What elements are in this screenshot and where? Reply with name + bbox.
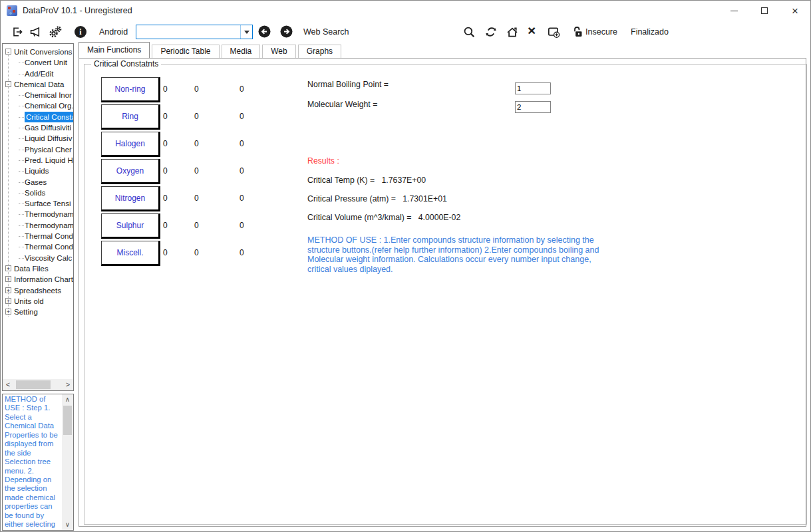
forward-button[interactable] — [280, 25, 293, 38]
search-button[interactable] — [462, 25, 476, 39]
combo-dropdown-button[interactable] — [240, 25, 252, 39]
tree-item[interactable]: - Unit Conversions — [3, 47, 73, 57]
tree-item[interactable]: Gas Diffusiviti — [3, 122, 73, 133]
tree-item[interactable]: Surface Tensi — [3, 198, 73, 209]
structure-count: 0 — [240, 139, 244, 148]
tree-item[interactable]: Thermodynam — [3, 220, 73, 231]
tree-expand-icon[interactable]: + — [5, 265, 11, 271]
tree-item[interactable]: Solids — [3, 188, 73, 198]
home-button[interactable] — [506, 25, 519, 39]
minimize-button[interactable] — [719, 1, 749, 21]
results-header: Results : — [307, 156, 339, 166]
tree-expand-icon[interactable]: + — [5, 287, 11, 293]
refresh-icon — [484, 25, 498, 39]
refresh-button[interactable] — [484, 25, 498, 39]
structure-button[interactable]: Miscell. — [101, 241, 160, 266]
tree-item[interactable]: + Spreadsheets — [3, 285, 73, 296]
tree-expand-icon[interactable]: + — [5, 276, 11, 282]
tree-item-label: Chemical Data — [14, 79, 64, 90]
tree-item[interactable]: Chemical Org. — [3, 100, 73, 111]
announce-button[interactable] — [29, 25, 42, 39]
back-button[interactable] — [258, 25, 271, 38]
scroll-right-icon[interactable]: > — [63, 379, 73, 390]
tree-item[interactable]: + Setting — [3, 307, 73, 317]
tab[interactable]: Web — [262, 45, 295, 58]
structure-count: 0 — [194, 194, 199, 203]
structure-count: 0 — [194, 112, 199, 121]
tree-item[interactable]: Gases — [3, 177, 73, 188]
forward-icon — [280, 25, 293, 38]
help-vertical-scrollbar[interactable]: ∧ ∨ — [62, 394, 73, 530]
app-icon — [7, 5, 17, 16]
tab[interactable]: Media — [222, 45, 261, 58]
tree-item[interactable]: Thermodynam — [3, 209, 73, 219]
structure-count: 0 — [163, 139, 168, 148]
maximize-icon — [761, 7, 768, 14]
tree-item[interactable]: Liquids — [3, 166, 73, 176]
tree-item-label: Information Charts — [14, 274, 74, 285]
web-search-label: Web Search — [303, 21, 349, 43]
tree-horizontal-scrollbar[interactable]: < > — [3, 379, 73, 390]
tree-expand-icon[interactable]: + — [5, 309, 11, 315]
search-combobox[interactable] — [136, 25, 253, 39]
tree-item[interactable]: Add/Edit — [3, 68, 73, 79]
tree-item[interactable]: + Units old — [3, 296, 73, 307]
tab[interactable]: Periodic Table — [152, 45, 219, 58]
structure-button[interactable]: Sulphur — [101, 213, 160, 239]
tree-item[interactable]: + Data Files — [3, 263, 73, 274]
result-line: Critical Pressure (atm) = 1.7301E+01 — [307, 194, 460, 204]
main-panel: Main FunctionsPeriodic TableMediaWebGrap… — [77, 43, 808, 531]
structure-count: 0 — [194, 221, 199, 230]
exit-button[interactable] — [11, 26, 23, 38]
tree-expand-icon[interactable]: - — [5, 81, 11, 87]
structure-count: 0 — [163, 84, 168, 94]
tree-item[interactable]: - Chemical Data — [3, 79, 73, 90]
tree-item-label: Solids — [25, 188, 45, 198]
structure-button[interactable]: Ring — [101, 104, 160, 130]
settings-button[interactable] — [49, 25, 62, 39]
tree-item-label: Thermodynam — [25, 209, 74, 219]
info-button[interactable]: i — [75, 26, 86, 38]
scroll-thumb[interactable] — [16, 380, 51, 389]
security-button[interactable] — [571, 25, 584, 39]
scroll-thumb[interactable] — [63, 406, 72, 435]
new-tab-button[interactable] — [546, 25, 560, 39]
navigation-tree-panel: - Unit Conversions Convert Unit Add/Edit… — [2, 43, 74, 391]
new-tab-icon — [546, 25, 560, 39]
tree-item[interactable]: Thermal Cond — [3, 241, 73, 252]
tab[interactable]: Graphs — [298, 45, 341, 58]
tree-item[interactable]: Liquid Diffusiv — [3, 133, 73, 144]
boiling-point-input[interactable] — [515, 82, 551, 94]
molecular-weight-input[interactable] — [515, 101, 551, 113]
tree-item[interactable]: Viscosity Calc — [3, 253, 73, 263]
structure-button[interactable]: Non-ring — [101, 77, 160, 102]
structure-count: 0 — [163, 221, 168, 230]
window-title: DataProV 10.1 - Unregistered — [23, 1, 132, 21]
scroll-down-icon[interactable]: ∨ — [62, 519, 73, 530]
tree-item-label: Convert Unit — [25, 57, 67, 68]
tree-item-label: Liquids — [25, 166, 49, 176]
tree-expand-icon[interactable]: - — [5, 49, 11, 55]
tree-expand-icon[interactable]: + — [5, 298, 11, 304]
close-button[interactable]: × — [780, 1, 810, 21]
structure-count: 0 — [240, 84, 244, 94]
exit-icon — [11, 26, 23, 38]
maximize-button[interactable] — [749, 1, 780, 21]
scroll-left-icon[interactable]: < — [3, 379, 13, 390]
tree-item[interactable]: + Information Charts — [3, 274, 73, 285]
tree-item[interactable]: Chemical Inor — [3, 90, 73, 100]
structure-button[interactable]: Nitrogen — [101, 186, 160, 211]
tree-item[interactable]: Pred. Liquid H — [3, 155, 73, 166]
structure-button[interactable]: Halogen — [101, 132, 160, 157]
tab-page-main-functions: Critical Constatnts Non-ring 0 0 0 Ring … — [79, 58, 806, 527]
structure-count: 0 — [163, 248, 168, 257]
tree-item[interactable]: Convert Unit — [3, 57, 73, 68]
structure-button[interactable]: Oxygen — [101, 159, 160, 184]
stop-button[interactable]: × — [528, 24, 536, 37]
scroll-up-icon[interactable]: ∧ — [62, 394, 73, 405]
tree-item[interactable]: Thermal Cond — [3, 231, 73, 241]
tab[interactable]: Main Functions — [79, 42, 150, 58]
tree-item[interactable]: Physical Cher — [3, 144, 73, 155]
search-input[interactable] — [137, 26, 242, 38]
tree-item[interactable]: Critical Consta — [3, 112, 73, 122]
